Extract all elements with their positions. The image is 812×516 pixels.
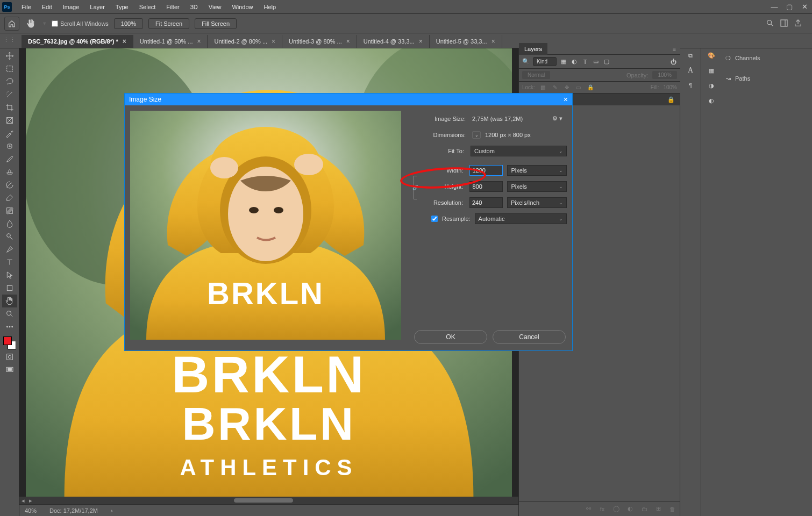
minimize-button[interactable]: — xyxy=(767,0,782,14)
edit-toolbar[interactable] xyxy=(2,320,17,333)
search-icon[interactable] xyxy=(766,19,774,28)
fill-screen-button[interactable]: Fill Screen xyxy=(195,18,237,29)
lock-artboard-icon[interactable]: ▭ xyxy=(575,84,582,91)
paragraph-panel-icon[interactable]: ¶ xyxy=(687,82,694,89)
eraser-tool[interactable] xyxy=(2,191,17,204)
zoom-level[interactable]: 40% xyxy=(25,507,37,514)
menu-help[interactable]: Help xyxy=(259,0,282,14)
document-tab[interactable]: Untitled-5 @ 33,3...× xyxy=(430,35,502,48)
resolution-unit-select[interactable]: Pixels/Inch⌄ xyxy=(507,197,567,208)
menu-file[interactable]: File xyxy=(16,0,37,14)
frame-tool[interactable] xyxy=(2,114,17,127)
history-brush-tool[interactable] xyxy=(2,178,17,191)
fit-to-select[interactable]: Custom⌄ xyxy=(471,146,567,156)
close-button[interactable]: ✕ xyxy=(797,0,812,14)
gear-icon[interactable]: ⚙ ▾ xyxy=(552,115,562,122)
home-button[interactable] xyxy=(4,17,19,31)
doc-size-info[interactable]: Doc: 17,2M/17,2M xyxy=(49,507,98,514)
layers-tab[interactable]: Layers xyxy=(519,43,547,55)
width-input[interactable] xyxy=(469,165,503,176)
menu-edit[interactable]: Edit xyxy=(37,0,58,14)
pen-tool[interactable] xyxy=(2,243,17,256)
resample-method-select[interactable]: Automatic⌄ xyxy=(475,213,567,224)
menu-filter[interactable]: Filter xyxy=(161,0,184,14)
menu-window[interactable]: Window xyxy=(226,0,258,14)
color-panel-icon[interactable]: 🎨 xyxy=(708,52,715,59)
crop-tool[interactable] xyxy=(2,101,17,114)
healing-brush-tool[interactable] xyxy=(2,140,17,153)
document-tab[interactable]: Untitled-1 @ 50% ...× xyxy=(133,35,208,48)
eyedropper-tool[interactable] xyxy=(2,127,17,140)
close-icon[interactable]: × xyxy=(346,35,350,48)
gradient-tool[interactable] xyxy=(2,204,17,217)
close-icon[interactable]: × xyxy=(419,35,423,48)
document-tab[interactable]: Untitled-3 @ 80% ...× xyxy=(282,35,357,48)
marquee-tool[interactable] xyxy=(2,62,17,75)
width-unit-select[interactable]: Pixels⌄ xyxy=(507,165,567,176)
menu-layer[interactable]: Layer xyxy=(84,0,110,14)
character-panel-icon[interactable]: A xyxy=(687,67,694,74)
rectangle-tool[interactable] xyxy=(2,282,17,295)
blend-mode-select[interactable]: Normal xyxy=(522,71,550,79)
menu-type[interactable]: Type xyxy=(110,0,134,14)
height-input[interactable] xyxy=(469,181,503,192)
lock-transparency-icon[interactable]: ▩ xyxy=(539,84,547,91)
type-tool[interactable] xyxy=(2,256,17,269)
dialog-close-button[interactable]: × xyxy=(564,95,568,104)
delete-layer-icon[interactable]: 🗑 xyxy=(668,505,676,513)
opacity-value[interactable]: 100% xyxy=(652,71,677,79)
maximize-button[interactable]: ▢ xyxy=(782,0,797,14)
filter-adjust-icon[interactable]: ◐ xyxy=(571,58,578,66)
blur-tool[interactable] xyxy=(2,217,17,230)
resample-checkbox[interactable] xyxy=(431,216,438,222)
close-icon[interactable]: × xyxy=(123,35,126,48)
scroll-all-windows-checkbox[interactable]: Scroll All Windows xyxy=(52,20,109,27)
zoom-tool[interactable] xyxy=(2,307,17,320)
filter-toggle-icon[interactable]: ⏻ xyxy=(669,58,677,66)
dimensions-unit-toggle[interactable]: ⌄ xyxy=(472,131,481,139)
close-icon[interactable]: × xyxy=(272,35,275,48)
status-chevron-icon[interactable]: › xyxy=(111,507,113,514)
foreground-background-color[interactable] xyxy=(2,335,17,350)
fill-value[interactable]: 100% xyxy=(663,84,677,90)
menu-3d[interactable]: 3D xyxy=(185,0,203,14)
hand-tool[interactable] xyxy=(2,295,17,307)
dialog-titlebar[interactable]: Image Size × xyxy=(125,94,572,105)
close-icon[interactable]: × xyxy=(197,35,201,48)
filter-pixel-icon[interactable]: ▦ xyxy=(560,58,567,66)
quick-mask-toggle[interactable] xyxy=(2,350,17,363)
lasso-tool[interactable] xyxy=(2,75,17,88)
adjustment-layer-icon[interactable]: ◐ xyxy=(626,505,634,513)
magic-wand-tool[interactable] xyxy=(2,88,17,101)
link-layers-icon[interactable]: ⚯ xyxy=(585,505,592,513)
menu-view[interactable]: View xyxy=(203,0,227,14)
document-tab[interactable]: Untitled-4 @ 33,3...× xyxy=(357,35,430,48)
properties-panel-icon[interactable]: ◐ xyxy=(708,97,715,104)
move-tool[interactable] xyxy=(2,49,17,62)
panel-menu-icon[interactable]: ≡ xyxy=(668,46,680,52)
cancel-button[interactable]: Cancel xyxy=(493,330,566,344)
lock-position-icon[interactable]: ✥ xyxy=(563,84,571,91)
new-layer-icon[interactable]: ⊞ xyxy=(654,505,662,513)
lock-paint-icon[interactable]: ✎ xyxy=(551,84,559,91)
filter-type-icon[interactable]: T xyxy=(581,58,589,66)
swatches-panel-icon[interactable]: ▦ xyxy=(708,67,715,74)
document-tab[interactable]: DSC_7632.jpg @ 40% (RGB/8*) *× xyxy=(22,35,133,48)
menu-image[interactable]: Image xyxy=(58,0,85,14)
ok-button[interactable]: OK xyxy=(414,330,487,344)
filter-shape-icon[interactable]: ▭ xyxy=(592,58,600,66)
tab-handle-icon[interactable]: ⋮⋮ xyxy=(3,37,16,44)
paths-panel-button[interactable]: ↝ Paths xyxy=(721,72,812,85)
dodge-tool[interactable] xyxy=(2,230,17,243)
constrain-proportions-toggle[interactable]: 🔗 xyxy=(410,171,421,204)
clone-stamp-tool[interactable] xyxy=(2,166,17,178)
screen-mode-toggle[interactable] xyxy=(2,363,17,376)
group-icon[interactable]: 🗀 xyxy=(640,505,648,513)
layer-filter-kind[interactable]: Kind xyxy=(533,57,557,66)
close-icon[interactable]: × xyxy=(492,35,495,48)
lock-all-icon[interactable]: 🔒 xyxy=(587,84,594,91)
fit-screen-button[interactable]: Fit Screen xyxy=(148,18,189,29)
channels-panel-button[interactable]: ❍ Channels xyxy=(721,52,812,64)
resolution-input[interactable] xyxy=(469,197,503,208)
history-panel-icon[interactable]: ⧉ xyxy=(687,52,694,59)
